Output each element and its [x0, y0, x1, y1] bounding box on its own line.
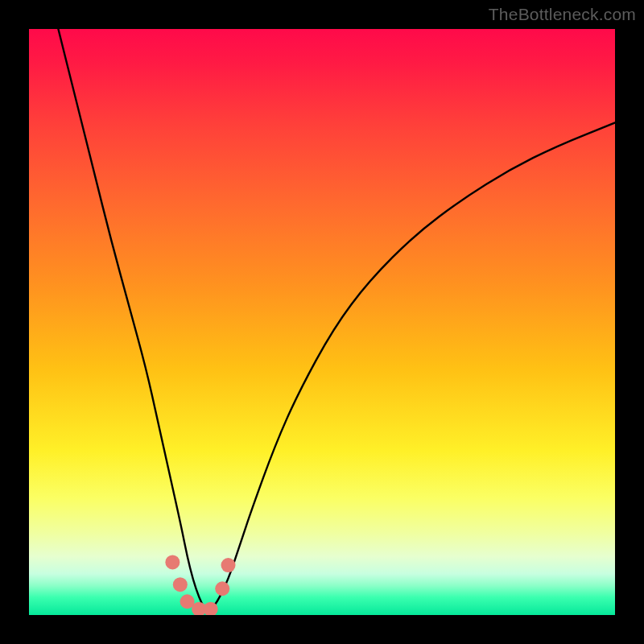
- plot-area: [29, 29, 615, 615]
- curve-markers: [165, 555, 235, 615]
- curve-marker: [221, 558, 236, 572]
- curve-marker: [165, 555, 180, 569]
- curve-layer: [29, 29, 615, 615]
- chart-frame: TheBottleneck.com: [0, 0, 644, 644]
- curve-marker: [173, 577, 188, 592]
- watermark-text: TheBottleneck.com: [489, 5, 636, 24]
- curve-marker: [215, 581, 229, 596]
- bottleneck-curve: [58, 29, 615, 609]
